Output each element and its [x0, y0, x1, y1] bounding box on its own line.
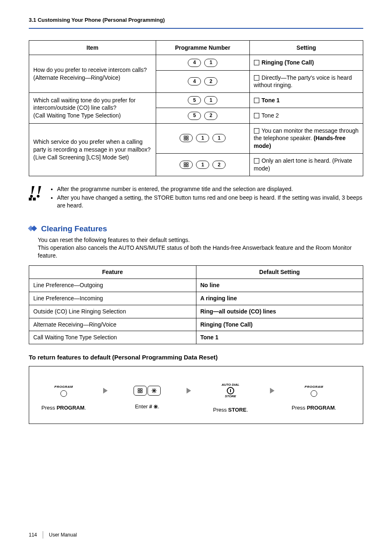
item-cell: Which call waiting tone do you prefer fo… — [29, 93, 156, 123]
numeric-key: 1 — [204, 96, 217, 104]
table-row: Outside (CO) Line Ringing SelectionRing—… — [29, 305, 363, 318]
feature-cell: Alternate Receiving—Ring/Voice — [29, 318, 196, 331]
svg-rect-7 — [187, 165, 188, 167]
programme-cell: 52 — [156, 108, 249, 123]
arrow-icon — [187, 388, 191, 394]
notes-row: !! After the programme number is entered… — [29, 185, 363, 210]
numeric-key: 1 — [204, 59, 217, 67]
table-row: Which service do you prefer when a calli… — [29, 123, 363, 154]
defaults-table: Feature Default Setting Line Preference—… — [29, 265, 363, 344]
store-button-icon: AUTO DIALSTORE — [221, 383, 239, 399]
procedure-step: PROGRAMPress PROGRAM. — [39, 385, 88, 411]
settings-table: Item Programme Number Setting How do you… — [29, 40, 363, 176]
program-button-icon: PROGRAM — [54, 385, 73, 397]
procedure-caption: Press PROGRAM. — [42, 404, 86, 412]
col-header-prog: Programme Number — [156, 40, 249, 55]
page-header: 3.1 Customising Your Phone (Personal Pro… — [29, 16, 363, 29]
page-number: 114 — [29, 532, 37, 538]
table-row: Call Waiting Tone Type SelectionTone 1 — [29, 331, 363, 344]
setting-cell: Tone 2 — [249, 108, 363, 123]
section-title: 3.1 Customising Your Phone (Personal Pro… — [29, 16, 363, 26]
numeric-key: 2 — [204, 112, 217, 120]
procedure-step: PROGRAMPress PROGRAM. — [289, 385, 339, 411]
svg-rect-10 — [138, 391, 140, 393]
clearing-body: You can reset the following features to … — [38, 236, 363, 260]
checkbox-icon — [254, 158, 259, 164]
default-cell: Ring—all outside (CO) lines — [196, 305, 363, 318]
note-item: After the programme number is entered, t… — [57, 185, 363, 193]
checkbox-icon — [254, 98, 259, 103]
item-cell: How do you prefer to receive intercom ca… — [29, 55, 156, 93]
table-row: How do you prefer to receive intercom ca… — [29, 55, 363, 70]
diamond-icon — [29, 225, 38, 232]
numeric-key: 1 — [212, 134, 226, 142]
table-row: Line Preference—OutgoingNo line — [29, 279, 363, 292]
hash-star-keys-icon — [134, 386, 161, 396]
procedure-caption: Press STORE. — [213, 406, 248, 414]
header-rule — [29, 28, 363, 29]
svg-rect-5 — [187, 163, 188, 164]
numeric-key: 5 — [188, 112, 201, 120]
programme-cell: 12 — [156, 154, 249, 176]
item-cell: Which service do you prefer when a calli… — [29, 123, 156, 176]
col-header-setting: Setting — [249, 40, 363, 55]
numeric-key: 4 — [188, 77, 201, 85]
numeric-key: 2 — [204, 77, 217, 85]
feature-cell: Outside (CO) Line Ringing Selection — [29, 305, 196, 318]
col-header-feature: Feature — [29, 265, 196, 279]
setting-cell: Only an alert tone is heard. (Private mo… — [249, 154, 363, 176]
program-button-icon: PROGRAM — [304, 385, 323, 397]
feature-cell: Line Preference—Outgoing — [29, 279, 196, 292]
programme-cell: 41 — [156, 55, 249, 70]
clearing-title: Clearing Features — [41, 223, 107, 234]
default-cell: A ringing line — [196, 292, 363, 305]
page-footer: 114 User Manual — [29, 531, 77, 539]
svg-rect-11 — [141, 391, 142, 393]
numeric-key: 5 — [188, 96, 201, 104]
col-header-default: Default Setting — [196, 265, 363, 279]
feature-cell: Line Preference—Incoming — [29, 292, 196, 305]
procedure-box: PROGRAMPress PROGRAM.Enter # .AUTO DIALS… — [29, 366, 363, 424]
checkbox-icon — [254, 75, 259, 81]
checkbox-icon — [254, 113, 259, 118]
svg-rect-4 — [184, 163, 186, 164]
hash-key-icon — [180, 161, 193, 169]
svg-rect-3 — [187, 138, 188, 140]
programme-cell: 51 — [156, 93, 249, 108]
svg-rect-6 — [184, 165, 186, 167]
numeric-key: 1 — [196, 161, 209, 169]
svg-rect-9 — [141, 389, 142, 390]
col-header-item: Item — [29, 40, 156, 55]
svg-rect-0 — [184, 136, 186, 138]
subheading: To return features to default (Personal … — [29, 353, 363, 362]
footer-label: User Manual — [49, 532, 77, 538]
numeric-key: 2 — [212, 161, 226, 169]
setting-cell: Directly—The party's voice is heard with… — [249, 70, 363, 93]
feature-cell: Call Waiting Tone Type Selection — [29, 331, 196, 344]
default-cell: No line — [196, 279, 363, 292]
table-row: Alternate Receiving—Ring/VoiceRinging (T… — [29, 318, 363, 331]
arrow-icon — [270, 388, 274, 394]
setting-cell: You can monitor the message through the … — [249, 123, 363, 154]
default-cell: Ringing (Tone Call) — [196, 318, 363, 331]
table-row: Which call waiting tone do you prefer fo… — [29, 93, 363, 108]
procedure-step: Enter # . — [122, 386, 172, 410]
programme-cell: 11 — [156, 123, 249, 154]
svg-rect-2 — [184, 138, 186, 140]
svg-rect-8 — [138, 389, 140, 390]
default-cell: Tone 1 — [196, 331, 363, 344]
svg-rect-1 — [187, 136, 188, 138]
checkbox-icon — [254, 60, 259, 65]
table-row: Line Preference—IncomingA ringing line — [29, 292, 363, 305]
notes-list: After the programme number is entered, t… — [50, 185, 363, 210]
procedure-step: AUTO DIALSTOREPress STORE. — [206, 383, 255, 414]
exclamation-icon: !! — [29, 185, 42, 210]
numeric-key: 4 — [188, 59, 201, 67]
programme-cell: 42 — [156, 70, 249, 93]
setting-cell: Ringing (Tone Call) — [249, 55, 363, 70]
checkbox-icon — [254, 128, 259, 134]
hash-key-icon — [180, 134, 193, 142]
footer-divider — [43, 531, 43, 539]
procedure-caption: Enter # . — [135, 403, 159, 410]
numeric-key: 1 — [196, 134, 209, 142]
